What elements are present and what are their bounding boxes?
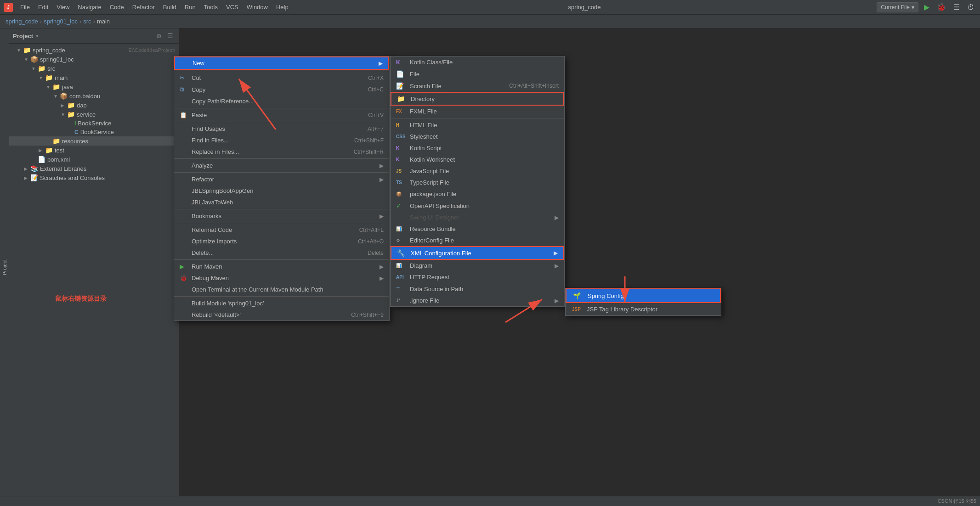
sidebar-action-settings[interactable]: ☰ [165, 31, 175, 40]
sidebar-actions: ⊕ ☰ [154, 31, 175, 40]
sub-item-scratch-file[interactable]: 📝 Scratch File Ctrl+Alt+Shift+Insert [391, 80, 564, 92]
ctx-item-refactor[interactable]: Refactor ▶ [174, 174, 389, 185]
tree-item-external-libs[interactable]: ▶ 📚 External Libraries [9, 164, 179, 173]
ctx-item-new[interactable]: New ▶ [174, 56, 389, 70]
ctx-item-cut[interactable]: ✂ Cut Ctrl+X [174, 72, 389, 84]
sub-item-ts[interactable]: TS TypeScript File [391, 177, 564, 188]
sub-item-js[interactable]: JS JavaScript File [391, 165, 564, 177]
kotlin-worksheet-icon: K [396, 157, 406, 162]
ctx-item-debug-maven[interactable]: 🐞 Debug Maven ▶ [174, 272, 389, 284]
breadcrumb-item-4[interactable]: main [97, 18, 110, 25]
tree-item-service[interactable]: ▼ 📁 service [9, 110, 179, 119]
sub-item-kotlin-worksheet[interactable]: K Kotlin Worksheet [391, 154, 564, 165]
menu-window[interactable]: Window [243, 2, 272, 12]
sub-item-html[interactable]: H HTML File [391, 119, 564, 131]
tree-item-scratches[interactable]: ▶ 📝 Scratches and Consoles [9, 173, 179, 182]
menu-vcs[interactable]: VCS [222, 2, 242, 12]
run-config-dropdown[interactable]: Current File ▾ [877, 2, 918, 12]
sidebar-title: Project [13, 33, 33, 39]
ctx-item-analyze[interactable]: Analyze ▶ [174, 160, 389, 171]
tree-item-src[interactable]: ▼ 📁 src [9, 64, 179, 73]
sub-item-xml-config[interactable]: 🔧 XML Configuration File ▶ [391, 246, 564, 260]
bundle-icon: 📊 [396, 226, 406, 231]
openapi-icon: ✓ [396, 202, 406, 209]
sub-item-fxml[interactable]: FX FXML File [391, 106, 564, 117]
breadcrumb-item-3[interactable]: src [83, 18, 91, 25]
sub-item-stylesheet[interactable]: CSS Stylesheet [391, 131, 564, 142]
menu-edit[interactable]: Edit [34, 2, 52, 12]
debug-button[interactable]: 🐞 [935, 1, 948, 13]
menu-help[interactable]: Help [272, 2, 292, 12]
ctx-item-paste[interactable]: 📋 Paste Ctrl+V [174, 109, 389, 121]
package-json-icon: 📦 [396, 191, 406, 197]
ctx-item-delete[interactable]: Delete... Delete [174, 247, 389, 259]
menu-run[interactable]: Run [181, 2, 199, 12]
menu-refactor[interactable]: Refactor [129, 2, 159, 12]
diagram-icon: 📊 [396, 263, 406, 268]
tree-item-bookservice-interface[interactable]: ▶ I BookService [9, 119, 179, 128]
menu-bar: File Edit View Navigate Code Refactor Bu… [17, 2, 292, 12]
kotlin-script-icon: K [396, 146, 406, 151]
tree-item-bookservice-class[interactable]: ▶ C BookService [9, 128, 179, 136]
sub-item-kotlin-class[interactable]: K Kotlin Class/File [391, 56, 564, 68]
tree-item-resources[interactable]: ▶ 📁 resources [9, 136, 179, 146]
sidebar-action-add[interactable]: ⊕ [154, 31, 164, 40]
run-button[interactable]: ▶ [922, 1, 931, 13]
ctx-item-jbl-java[interactable]: JBLJavaToWeb [174, 197, 389, 208]
xml-item-jsp-tag[interactable]: JSP JSP Tag Library Descriptor [566, 303, 721, 315]
ctx-item-optimize[interactable]: Optimize Imports Ctrl+Alt+O [174, 236, 389, 247]
breadcrumb-item-2[interactable]: spring01_ioc [44, 18, 78, 25]
menu-tools[interactable]: Tools [200, 2, 221, 12]
menu-navigate[interactable]: Navigate [74, 2, 105, 12]
sub-item-data-source[interactable]: ≡ Data Source in Path [391, 283, 564, 295]
ctx-item-run-maven[interactable]: ▶ Run Maven ▶ [174, 261, 389, 272]
coverage-button[interactable]: ☰ [952, 1, 962, 13]
sub-item-editor-config[interactable]: ⚙ EditorConfig File [391, 235, 564, 246]
ctx-item-replace-in-files[interactable]: Replace in Files... Ctrl+Shift+R [174, 146, 389, 157]
project-tree: ▼ 📁 spring_code E:\Code\IdeaProject\ ▼ 📦… [9, 44, 179, 506]
xml-item-spring-config[interactable]: 🌱 Spring Config [566, 288, 721, 303]
ctx-item-reformat[interactable]: Reformat Code Ctrl+Alt+L [174, 224, 389, 236]
tree-item-spring-code[interactable]: ▼ 📁 spring_code E:\Code\IdeaProject\ [9, 45, 179, 55]
ctx-item-rebuild[interactable]: Rebuild '<default>' Ctrl+Shift+F9 [174, 309, 389, 320]
project-tab-label[interactable]: Project [2, 259, 7, 275]
directory-icon: 📁 [397, 95, 407, 102]
menu-build[interactable]: Build [159, 2, 180, 12]
tree-item-java[interactable]: ▼ 📁 java [9, 82, 179, 91]
menu-view[interactable]: View [53, 2, 73, 12]
breadcrumb-item-1[interactable]: spring_code [6, 18, 38, 25]
ctx-item-bookmarks[interactable]: Bookmarks ▶ [174, 210, 389, 222]
main-layout: Project Project ▾ ⊕ ☰ ▼ 📁 spring_code [0, 28, 980, 506]
fxml-icon: FX [396, 109, 406, 114]
ctx-item-build-module[interactable]: Build Module 'spring01_ioc' [174, 298, 389, 309]
sub-item-openapi[interactable]: ✓ OpenAPI Specification [391, 200, 564, 212]
tree-item-spring01-ioc[interactable]: ▼ 📦 spring01_ioc [9, 55, 179, 64]
tree-item-com-baidou[interactable]: ▼ 📦 com.baidou [9, 91, 179, 101]
sub-item-file[interactable]: 📄 File [391, 68, 564, 80]
profile-button[interactable]: ⏱ [965, 1, 976, 13]
ctx-item-find-usages[interactable]: Find Usages Alt+F7 [174, 123, 389, 135]
context-menu: New ▶ ✂ Cut Ctrl+X ⧉ Copy Ctrl+C Copy Pa… [174, 56, 390, 321]
sub-item-http-request[interactable]: API HTTP Request [391, 271, 564, 283]
sub-item-diagram[interactable]: 📊 Diagram ▶ [391, 260, 564, 271]
menu-code[interactable]: Code [106, 2, 128, 12]
sub-item-kotlin-script[interactable]: K Kotlin Script [391, 142, 564, 154]
ctx-item-copy[interactable]: ⧉ Copy Ctrl+C [174, 84, 389, 96]
ctx-item-copy-path[interactable]: Copy Path/Reference... [174, 96, 389, 107]
new-submenu: K Kotlin Class/File 📄 File 📝 Scratch Fil… [390, 56, 565, 307]
tree-item-main[interactable]: ▼ 📁 main [9, 73, 179, 82]
sub-item-ignore-file[interactable]: .i* .ignore File ▶ [391, 295, 564, 306]
tree-item-dao[interactable]: ▶ 📁 dao [9, 101, 179, 110]
menu-file[interactable]: File [17, 2, 34, 12]
sub-item-package-json[interactable]: 📦 package.json File [391, 188, 564, 200]
run-config-label: Current File [881, 4, 910, 11]
editorconfig-icon: ⚙ [396, 238, 406, 243]
ctx-item-jbl-spring[interactable]: JBLSpringBootAppGen [174, 185, 389, 197]
ctx-item-open-terminal[interactable]: Open Terminal at the Current Maven Modul… [174, 284, 389, 295]
breadcrumb: spring_code › spring01_ioc › src › main [0, 15, 980, 28]
sub-item-resource-bundle[interactable]: 📊 Resource Bundle [391, 223, 564, 235]
tree-item-test[interactable]: ▶ 📁 test [9, 146, 179, 155]
sub-item-directory[interactable]: 📁 Directory [391, 92, 564, 106]
tree-item-pom-xml[interactable]: ▶ 📄 pom.xml [9, 155, 179, 164]
ctx-item-find-in-files[interactable]: Find in Files... Ctrl+Shift+F [174, 135, 389, 146]
